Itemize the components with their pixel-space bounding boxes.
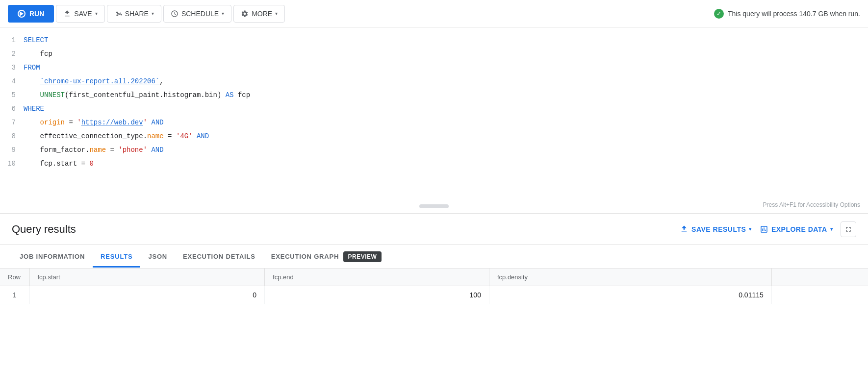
code-line-4: `chrome-ux-report.all.202206`,	[24, 74, 860, 88]
play-icon	[18, 10, 26, 18]
save-results-chevron-icon: ▾	[749, 226, 752, 232]
explore-data-icon	[760, 225, 768, 234]
preview-badge: PREVIEW	[343, 251, 382, 262]
save-results-button[interactable]: SAVE RESULTS ▾	[680, 225, 752, 234]
cell-fcp-end-1: 100	[265, 286, 489, 304]
tab-execution-graph[interactable]: EXECUTION GRAPH PREVIEW	[263, 247, 390, 268]
table-header-row: Row fcp.start fcp.end fcp.density	[0, 269, 868, 286]
accessibility-hint: Press Alt+F1 for Accessibility Options	[763, 201, 860, 208]
tab-execution-details[interactable]: EXECUTION DETAILS	[175, 247, 263, 268]
explore-data-chevron-icon: ▾	[830, 226, 833, 232]
save-icon	[63, 10, 71, 18]
code-line-10: fcp.start = 0	[24, 157, 860, 171]
code-lines: SELECT fcp FROM `chrome-ux-report.all.20…	[24, 33, 868, 171]
results-actions: SAVE RESULTS ▾ EXPLORE DATA ▾	[680, 221, 856, 237]
cell-fcp-start-1: 0	[29, 286, 265, 304]
share-icon	[114, 10, 122, 18]
schedule-button[interactable]: SCHEDULE ▾	[163, 5, 231, 23]
code-line-8: effective_connection_type.name = '4G' AN…	[24, 129, 860, 143]
save-button[interactable]: SAVE ▾	[56, 5, 104, 23]
tab-results[interactable]: RESULTS	[93, 247, 140, 268]
save-results-label: SAVE RESULTS	[691, 225, 746, 233]
results-title: Query results	[12, 223, 76, 236]
col-header-row: Row	[0, 269, 29, 286]
results-table-container: Row fcp.start fcp.end fcp.density 1 0 10…	[0, 269, 868, 391]
code-line-3: FROM	[24, 61, 860, 74]
gear-icon	[241, 10, 249, 18]
code-editor[interactable]: 1 2 3 4 5 6 7 8 9 10 SELECT fcp FROM `ch…	[0, 27, 868, 214]
code-line-7: origin = 'https://web.dev' AND	[24, 116, 860, 129]
line-numbers: 1 2 3 4 5 6 7 8 9 10	[0, 33, 24, 171]
expand-icon	[844, 225, 852, 233]
code-line-2: fcp	[24, 47, 860, 61]
share-chevron-icon: ▾	[152, 11, 154, 16]
schedule-icon	[171, 10, 179, 18]
share-label: SHARE	[125, 10, 149, 18]
save-label: SAVE	[74, 10, 92, 18]
run-button[interactable]: RUN	[8, 5, 54, 23]
check-icon: ✓	[714, 9, 724, 19]
schedule-chevron-icon: ▾	[222, 11, 224, 16]
query-info: ✓ This query will process 140.7 GB when …	[714, 9, 860, 19]
results-table: Row fcp.start fcp.end fcp.density 1 0 10…	[0, 269, 868, 304]
tabs-bar: JOB INFORMATION RESULTS JSON EXECUTION D…	[0, 245, 868, 269]
code-line-1: SELECT	[24, 33, 860, 47]
save-chevron-icon: ▾	[95, 11, 98, 16]
expand-button[interactable]	[841, 221, 856, 237]
svg-marker-0	[20, 11, 24, 16]
col-header-fcp-density: fcp.density	[489, 269, 771, 286]
col-header-fcp-end: fcp.end	[265, 269, 489, 286]
code-line-9: form_factor.name = 'phone' AND	[24, 143, 860, 157]
share-button[interactable]: SHARE ▾	[107, 5, 161, 23]
more-chevron-icon: ▾	[275, 11, 278, 16]
table-row: 1 0 100 0.01115	[0, 286, 868, 304]
cell-row-1: 1	[0, 286, 29, 304]
explore-data-button[interactable]: EXPLORE DATA ▾	[760, 225, 833, 234]
results-header: Query results SAVE RESULTS ▾ EXPLORE DAT…	[0, 214, 868, 245]
code-line-6: WHERE	[24, 102, 860, 116]
schedule-label: SCHEDULE	[181, 10, 219, 18]
cell-fcp-density-1: 0.01115	[489, 286, 771, 304]
query-info-text: This query will process 140.7 GB when ru…	[728, 10, 860, 18]
toolbar: RUN SAVE ▾ SHARE ▾ SCHEDULE ▾ MORE ▾ ✓ T…	[0, 0, 868, 27]
more-button[interactable]: MORE ▾	[233, 5, 285, 23]
tab-json[interactable]: JSON	[140, 247, 175, 268]
explore-data-label: EXPLORE DATA	[771, 225, 827, 233]
cell-extra-1	[771, 286, 868, 304]
run-label: RUN	[29, 10, 44, 18]
col-header-fcp-start: fcp.start	[29, 269, 265, 286]
col-header-extra	[771, 269, 868, 286]
code-line-5: UNNEST(first_contentful_paint.histogram.…	[24, 88, 860, 102]
tab-job-information[interactable]: JOB INFORMATION	[12, 247, 93, 268]
horizontal-scrollbar[interactable]	[419, 204, 449, 208]
save-results-icon	[680, 225, 689, 234]
more-label: MORE	[252, 10, 272, 18]
